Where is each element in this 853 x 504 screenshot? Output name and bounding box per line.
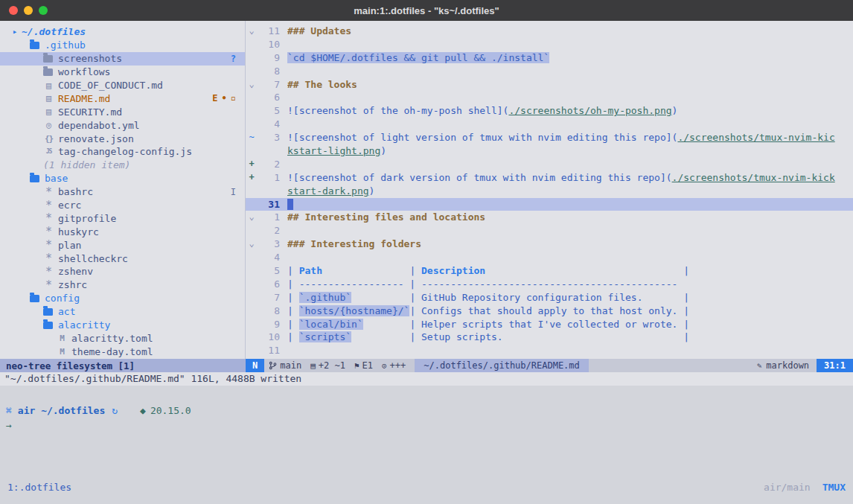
filetype-label: markdown xyxy=(766,360,809,371)
editor-line-wrap[interactable]: start-dark.png) xyxy=(246,185,853,198)
shell-area[interactable]: ⌘ air ~/.dotfiles ↻ ◆20.15.0 → xyxy=(0,386,853,480)
robot-file-icon: ◎ xyxy=(43,120,54,130)
tree-item-zshenv[interactable]: *zshenv xyxy=(0,265,245,278)
close-window-button[interactable] xyxy=(9,6,18,15)
diagnostics-count: E1 xyxy=(362,360,373,371)
tree-item-shellcheckrc[interactable]: *shellcheckrc xyxy=(0,252,245,265)
editor-line-5[interactable]: 5| Path | Description | xyxy=(246,264,853,278)
tree-item-base[interactable]: base xyxy=(0,172,245,185)
editor-line-6[interactable]: 6 xyxy=(246,91,853,104)
minimize-window-button[interactable] xyxy=(24,6,33,15)
line-number: 9 xyxy=(258,318,287,331)
tree-item-config[interactable]: config xyxy=(0,292,245,305)
tree-item-bashrc[interactable]: *bashrcI xyxy=(0,185,245,199)
buffer-icon: ▤ xyxy=(310,361,316,371)
line-number: 1 xyxy=(258,171,287,185)
tree-item-plan[interactable]: *plan xyxy=(0,238,245,252)
git-branch-item: main xyxy=(264,359,306,372)
tree-item-zshrc[interactable]: *zshrc xyxy=(0,278,245,292)
editor-line-8[interactable]: 8 xyxy=(246,65,853,78)
tree-item-label: workflows xyxy=(58,66,110,77)
line-number: 31 xyxy=(258,198,287,211)
editor-line-4[interactable]: 4 xyxy=(246,251,853,264)
editor-line-11[interactable]: 11 xyxy=(246,344,853,357)
editor-pane[interactable]: ⌄11### Updates109`cd $HOME/.dotfiles && … xyxy=(246,21,853,359)
tree-item-label: act xyxy=(58,306,75,317)
editor-line-2[interactable]: +2 xyxy=(246,158,853,171)
tree-item-theme-day-toml[interactable]: Mtheme-day.toml xyxy=(0,345,245,358)
gutter-sign: ⌄ xyxy=(246,78,258,92)
tree-item-renovate-json[interactable]: {}renovate.json xyxy=(0,132,245,145)
gutter-sign: ~ xyxy=(246,131,258,144)
line-number: 11 xyxy=(258,25,287,38)
gutter-sign xyxy=(246,65,258,78)
asterisk-file-icon: * xyxy=(43,278,54,292)
editor-line-8[interactable]: 8| `hosts/{hostname}/`| Configs that sho… xyxy=(246,304,853,318)
apple-icon: ⌘ xyxy=(6,405,12,416)
asterisk-file-icon: * xyxy=(43,211,54,225)
tree-item-security-md[interactable]: ▤SECURITY.md xyxy=(0,105,245,118)
tree-item-label: huskyrc xyxy=(58,226,99,237)
line-text xyxy=(287,251,853,264)
editor-line-2[interactable]: 2 xyxy=(246,224,853,237)
line-text: | `scripts` | Setup scripts. | xyxy=(287,331,853,344)
tree-item-screenshots[interactable]: screenshots? xyxy=(0,52,245,66)
editor-line-1[interactable]: ⌄1## Interesting files and locations xyxy=(246,211,853,224)
editor-line-10[interactable]: 10| `scripts` | Setup scripts. | xyxy=(246,331,853,344)
line-text: | `local/bin` | Helper scripts that I've… xyxy=(287,318,853,331)
git-branch-name: main xyxy=(280,360,301,371)
line-number: 11 xyxy=(258,344,287,357)
tree-item-github[interactable]: .github xyxy=(0,39,245,52)
line-number: 8 xyxy=(258,65,287,78)
line-number: 4 xyxy=(258,118,287,131)
tree-item-alacritty[interactable]: alacritty xyxy=(0,319,245,332)
gutter-sign xyxy=(246,344,258,357)
tree-item-alacritty-toml[interactable]: Malacritty.toml xyxy=(0,331,245,345)
line-text: | `.github` | GitHub Repository configur… xyxy=(287,291,853,304)
tree-item-tag-changelog-config-js[interactable]: JStag-changelog-config.js xyxy=(0,145,245,159)
tmux-window-tab[interactable]: 1:.dotfiles xyxy=(7,482,71,493)
gutter-sign xyxy=(246,224,258,237)
tree-item-dotfiles[interactable]: ▸~/.dotfiles xyxy=(0,25,245,39)
tree-item-code-of-conduct-md[interactable]: ▤CODE_OF_CONDUCT.md xyxy=(0,79,245,92)
editor-line-6[interactable]: 6| ------------------ | ----------------… xyxy=(246,278,853,291)
tree-item-readme-md[interactable]: ▤README.mdE•▫ xyxy=(0,92,245,105)
toml-file-icon: M xyxy=(57,334,68,343)
tree-item-ecrc[interactable]: *ecrc xyxy=(0,199,245,212)
tree-item-workflows[interactable]: workflows xyxy=(0,66,245,79)
tree-item-gitprofile[interactable]: *gitprofile xyxy=(0,211,245,225)
tree-item-1-hidden-item[interactable]: (1 hidden item) xyxy=(0,159,245,172)
zoom-window-button[interactable] xyxy=(39,6,48,15)
cursor-position: 31:1 xyxy=(817,359,853,372)
file-tree: ▸~/.dotfiles.githubscreenshots?workflows… xyxy=(0,25,245,358)
line-text xyxy=(287,38,853,51)
line-number: 8 xyxy=(258,304,287,318)
tree-item-huskyrc[interactable]: *huskyrc xyxy=(0,225,245,238)
editor-line-wrap[interactable]: kstart-light.png) xyxy=(246,144,853,158)
status-badge: • xyxy=(222,93,227,103)
editor-line-3[interactable]: ⌄3### Interesting folders xyxy=(246,237,853,251)
tree-item-label: base xyxy=(45,173,68,184)
gutter-sign xyxy=(246,278,258,291)
terminal-window: main:1:.dotfiles - "ks~/.dotfiles" ▸~/.d… xyxy=(0,0,853,504)
folder-icon xyxy=(30,175,39,182)
editor-line-7[interactable]: 7| `.github` | GitHub Repository configu… xyxy=(246,291,853,304)
gutter-sign xyxy=(246,198,258,211)
editor-line-9[interactable]: 9| `local/bin` | Helper scripts that I'v… xyxy=(246,318,853,331)
gutter-sign xyxy=(246,104,258,118)
tree-item-act[interactable]: act xyxy=(0,305,245,319)
tree-item-dependabot-yml[interactable]: ◎dependabot.yml xyxy=(0,118,245,132)
editor-line-4[interactable]: 4 xyxy=(246,118,853,131)
editor-line-11[interactable]: ⌄11### Updates xyxy=(246,25,853,38)
editor-line-5[interactable]: 5![screenshot of the oh-my-posh shell](.… xyxy=(246,104,853,118)
editor-line-3[interactable]: ~3![screenshot of light version of tmux … xyxy=(246,131,853,144)
doc-file-icon: ▤ xyxy=(43,106,54,117)
line-text: ## The looks xyxy=(287,78,853,92)
editor-cursor-line[interactable]: 31 xyxy=(246,198,853,211)
editor-line-7[interactable]: ⌄7## The looks xyxy=(246,78,853,92)
editor-line-10[interactable]: 10 xyxy=(246,38,853,51)
editor-line-1[interactable]: +1![screenshot of dark version of tmux w… xyxy=(246,171,853,185)
gutter-sign xyxy=(246,118,258,131)
asterisk-file-icon: * xyxy=(43,185,54,199)
editor-line-9[interactable]: 9`cd $HOME/.dotfiles && git pull && ./in… xyxy=(246,51,853,65)
